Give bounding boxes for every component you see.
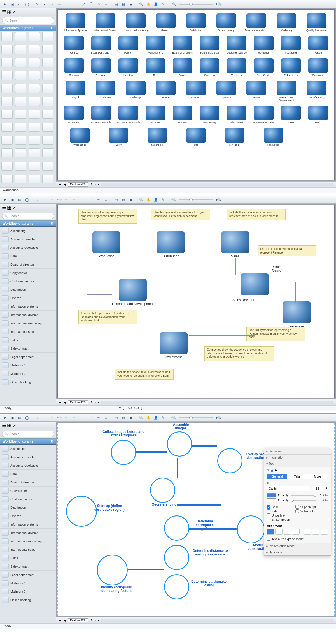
library-icon[interactable]: International Division xyxy=(92,13,120,32)
conn5-icon[interactable]: ⇢ xyxy=(63,415,69,421)
panel-icon[interactable]: ▣ xyxy=(9,415,15,421)
sidebar-item[interactable]: Accounts payable xyxy=(0,235,56,243)
sidebar-item[interactable]: Customer service xyxy=(0,495,56,503)
conn6-icon[interactable]: ⇠ xyxy=(71,1,77,7)
library-thumb[interactable] xyxy=(15,32,26,41)
inspector-section-presentation[interactable]: Presentation Mode xyxy=(264,543,331,549)
group-icon[interactable]: ▣ xyxy=(128,1,134,7)
callout-bank[interactable]: Include this shape in your workflow char… xyxy=(115,369,174,380)
panel-icon[interactable]: ▣ xyxy=(9,197,15,203)
hand-icon[interactable]: ✋ xyxy=(145,1,151,7)
library-thumb[interactable] xyxy=(29,136,40,145)
checkbox-strike[interactable]: Strikethrough xyxy=(267,518,290,521)
node-model[interactable] xyxy=(237,515,265,543)
library-icon[interactable]: Information Systems xyxy=(62,13,90,32)
sidebar-item[interactable]: International marketing xyxy=(0,537,56,545)
search-input[interactable]: Search xyxy=(2,431,54,437)
library-thumb[interactable] xyxy=(15,175,26,183)
page-add-icon[interactable]: ▫ xyxy=(95,183,96,186)
pencil-icon[interactable]: ✎ xyxy=(160,1,166,7)
callout-distribution[interactable]: Use this symbol if you want to add in yo… xyxy=(151,209,210,220)
library-icon[interactable]: Person xyxy=(116,36,141,54)
library-icon[interactable]: Bank xyxy=(305,106,330,124)
align-center-icon[interactable] xyxy=(275,529,283,535)
library-thumb[interactable] xyxy=(1,45,13,54)
page-add-icon[interactable]: ▫ xyxy=(95,401,96,404)
library-thumb[interactable] xyxy=(29,123,40,132)
dist-icon[interactable]: ▦ xyxy=(120,1,127,7)
library-thumb[interactable] xyxy=(1,136,13,145)
section-gear-icon[interactable]: ⚙ xyxy=(51,222,54,225)
sidebar-section-header[interactable]: Workflow diagrams ⚙ xyxy=(0,438,56,445)
library-icon[interactable]: Lorry xyxy=(100,128,137,147)
node-investment[interactable]: Investment xyxy=(160,332,188,359)
nav-prev-icon[interactable]: ◀ xyxy=(64,401,66,404)
view-tree-icon[interactable]: ☰ xyxy=(2,9,6,15)
connector-icon[interactable]: ↘ xyxy=(34,415,40,421)
connector[interactable] xyxy=(189,528,237,530)
line-icon[interactable]: ／ xyxy=(81,415,87,421)
checkbox-subscript[interactable]: Subscript xyxy=(295,509,316,513)
zoom-icon[interactable]: 🔍 xyxy=(138,197,144,203)
library-thumb[interactable] xyxy=(15,97,26,106)
font-style-icon[interactable]: A xyxy=(275,468,277,472)
callout-connectors[interactable]: Connectors show the sequence of steps an… xyxy=(204,346,274,361)
sidebar-item[interactable]: Customer service xyxy=(0,277,56,285)
library-icon[interactable]: Receiving xyxy=(305,58,330,77)
stroke-opacity-slider[interactable] xyxy=(291,500,316,501)
library-icon[interactable]: International Sales xyxy=(251,106,276,124)
library-thumb[interactable] xyxy=(42,71,53,80)
library-thumb[interactable] xyxy=(15,110,26,119)
sidebar-item[interactable]: Sales xyxy=(0,336,56,344)
pencil-icon[interactable]: ✎ xyxy=(160,197,166,203)
zoom-display[interactable]: Custom 55% xyxy=(68,182,88,187)
library-thumb[interactable] xyxy=(42,148,53,157)
library-thumb[interactable] xyxy=(1,162,13,171)
connector[interactable] xyxy=(255,299,255,335)
zoom-stepper-icon[interactable]: ⇕ xyxy=(90,401,92,404)
nav-prev-icon[interactable]: ◀ xyxy=(64,183,66,186)
library-thumb[interactable] xyxy=(15,45,26,54)
font-size-stepper-icon[interactable]: ⇕ xyxy=(325,486,328,491)
nav-first-icon[interactable]: ⏮ xyxy=(59,401,61,404)
inspector-section-hypernote[interactable]: Hypernote xyxy=(264,549,331,555)
node-lasting[interactable] xyxy=(164,574,189,599)
sidebar-item[interactable]: Copy center xyxy=(0,487,56,495)
library-thumb[interactable] xyxy=(29,32,40,41)
library-icon[interactable]: Production xyxy=(255,128,291,147)
library-icon[interactable]: Operator xyxy=(212,81,240,102)
pointer-tool-icon[interactable]: ➤ xyxy=(2,197,8,203)
view-expand-icon[interactable]: ⤢ xyxy=(12,9,16,15)
connector[interactable] xyxy=(186,243,220,243)
line-icon[interactable]: ／ xyxy=(81,197,87,203)
zoom-out-icon[interactable]: −🔍 xyxy=(170,1,176,7)
library-thumb[interactable] xyxy=(1,175,13,183)
checkbox-underline[interactable]: Underline xyxy=(267,513,290,517)
library-thumb[interactable] xyxy=(29,84,40,93)
node-personnel[interactable]: Personnel xyxy=(283,301,311,328)
sidebar-item[interactable]: Board of directors xyxy=(0,478,56,487)
library-thumb[interactable] xyxy=(1,32,13,41)
library-icon[interactable]: Car xyxy=(178,128,214,147)
library-icon[interactable]: Accounts Receivable xyxy=(116,106,141,124)
node-production[interactable]: Production xyxy=(92,231,120,258)
panel2-icon[interactable]: ▭ xyxy=(17,1,23,7)
library-thumb[interactable] xyxy=(1,110,13,119)
valign-mid-icon[interactable] xyxy=(312,529,319,535)
fill-color-swatch[interactable] xyxy=(267,493,276,497)
inspector-section-text[interactable]: Text xyxy=(264,461,331,467)
conn3-icon[interactable]: ⤷ xyxy=(49,415,55,421)
library-thumb[interactable] xyxy=(42,45,53,54)
node-georef[interactable] xyxy=(150,478,175,503)
panel-icon[interactable]: ▣ xyxy=(9,1,15,7)
node-magnitude[interactable] xyxy=(164,515,189,541)
library-thumb[interactable] xyxy=(29,162,40,171)
section-gear-icon[interactable]: ⚙ xyxy=(51,26,54,30)
sidebar-item[interactable]: Accounts receivable xyxy=(0,243,56,252)
connector[interactable] xyxy=(122,243,155,243)
library-thumb[interactable] xyxy=(29,148,40,157)
connector[interactable] xyxy=(87,258,87,294)
conn2-icon[interactable]: ↳ xyxy=(41,1,48,7)
conn4-icon[interactable]: ⟿ xyxy=(56,1,62,7)
sidebar-item[interactable]: Mailroom 1 xyxy=(0,579,56,587)
